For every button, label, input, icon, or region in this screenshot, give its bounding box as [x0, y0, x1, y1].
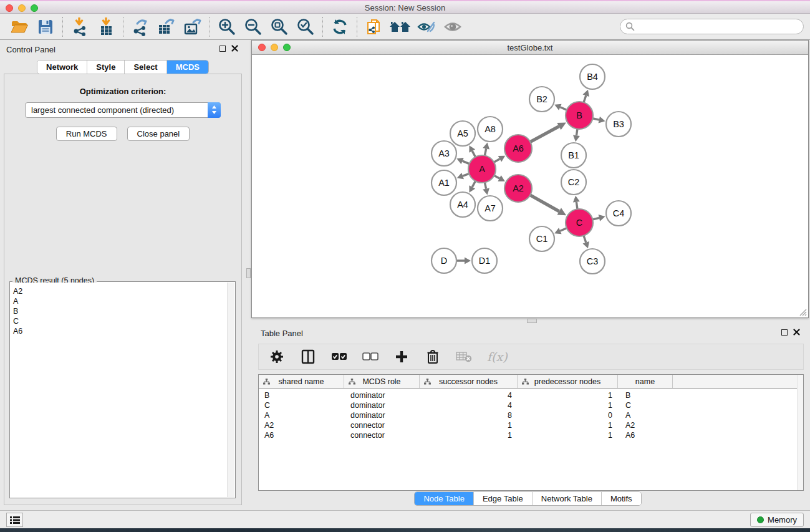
save-session-button[interactable] [32, 16, 59, 38]
memory-button[interactable]: Memory [750, 513, 804, 527]
table-row[interactable]: Bdominator41B [259, 390, 803, 400]
import-network-button[interactable] [67, 16, 93, 38]
table-settings-button[interactable] [269, 349, 285, 365]
tab-edge-table[interactable]: Edge Table [474, 492, 533, 505]
table-cell: dominator [344, 391, 420, 400]
export-network-icon [131, 17, 150, 36]
search-box[interactable] [620, 19, 804, 34]
unchecked-boxes-icon [362, 352, 378, 361]
mcds-result-scrollbar[interactable] [227, 283, 234, 497]
export-table-icon [157, 17, 176, 36]
delete-column-button[interactable] [425, 349, 441, 365]
graph-node-label: B3 [613, 119, 624, 129]
result-item[interactable]: A [13, 296, 227, 306]
column-header-successor-nodes[interactable]: successor nodes [420, 375, 518, 388]
attribute-icon [424, 379, 431, 385]
zoom-out-button[interactable] [240, 16, 266, 38]
tab-network[interactable]: Network [37, 60, 87, 74]
tab-network-table[interactable]: Network Table [533, 492, 602, 505]
float-panel-icon[interactable] [219, 46, 226, 52]
tab-style[interactable]: Style [87, 60, 125, 74]
select-all-button[interactable] [331, 349, 347, 365]
close-panel-icon[interactable] [231, 45, 238, 52]
zoom-out-icon [244, 17, 263, 36]
graph-node-label: C1 [536, 234, 548, 244]
column-header-mcds-role[interactable]: MCDS role [344, 375, 420, 388]
hide-selected-button[interactable] [413, 16, 440, 38]
network-window-titlebar[interactable]: testGlobe.txt [252, 41, 808, 55]
resize-grip-icon[interactable] [798, 307, 807, 316]
close-panel-button[interactable]: Close panel [127, 127, 190, 141]
graph-node-label: D1 [479, 256, 491, 266]
column-header-shared-name[interactable]: shared name [259, 375, 344, 388]
attribute-icon [349, 379, 355, 385]
deselect-all-button[interactable] [362, 349, 378, 365]
eye-icon [443, 19, 462, 34]
task-history-button[interactable] [6, 513, 23, 527]
result-item[interactable]: A6 [13, 326, 227, 336]
table-cell: C [259, 401, 344, 410]
show-all-button[interactable] [440, 16, 466, 38]
export-network-button[interactable] [127, 16, 153, 38]
table-panel-title: Table Panel [261, 329, 303, 338]
control-panel-tabs: Network Style Select MCDS [0, 60, 246, 74]
network-graph[interactable]: B4B2BB3A5A8A6A3B1AA1C2A2A4A7C4CC1C3DD1 [252, 55, 808, 317]
attribute-icon [522, 379, 529, 385]
float-panel-icon[interactable] [781, 329, 788, 336]
result-item[interactable]: A2 [13, 286, 227, 296]
refresh-view-button[interactable] [327, 16, 353, 38]
tab-node-table[interactable]: Node Table [415, 492, 474, 505]
zoom-in-button[interactable] [214, 16, 240, 38]
clone-network-button[interactable] [361, 16, 387, 38]
function-builder-label[interactable]: f(x) [487, 350, 508, 364]
tab-mcds[interactable]: MCDS [167, 60, 208, 74]
toggle-columns-button[interactable] [300, 349, 316, 365]
delete-table-icon [456, 351, 472, 363]
tab-motifs[interactable]: Motifs [602, 492, 641, 505]
zoom-fit-button[interactable] [266, 16, 292, 38]
table-cell: 0 [518, 411, 618, 420]
criterion-dropdown[interactable]: largest connected component (directed) [25, 102, 221, 118]
tab-select[interactable]: Select [125, 60, 166, 74]
first-neighbors-button[interactable] [387, 16, 413, 38]
toolbar-separator [210, 17, 210, 37]
zoom-selected-button[interactable] [292, 16, 319, 38]
panel-splitter-handle[interactable] [527, 319, 537, 323]
import-network-icon [71, 17, 89, 36]
import-table-button[interactable] [93, 16, 119, 38]
export-table-button[interactable] [153, 16, 180, 38]
result-item[interactable]: B [13, 306, 227, 316]
table-scrollbar[interactable] [797, 375, 803, 490]
table-row[interactable]: A2connector11A2 [259, 420, 803, 430]
open-session-button[interactable] [6, 16, 32, 38]
column-header-predecessor-nodes[interactable]: predecessor nodes [518, 375, 618, 388]
network-canvas: B4B2BB3A5A8A6A3B1AA1C2A2A4A7C4CC1C3DD1 [252, 55, 808, 317]
toolbar-separator [357, 17, 357, 37]
graph-node-label: B4 [587, 72, 598, 82]
main-toolbar [0, 14, 810, 40]
table-cell: 1 [518, 421, 618, 430]
result-item[interactable]: C [13, 316, 227, 326]
column-header-name[interactable]: name [618, 375, 673, 388]
panel-splitter-handle[interactable] [246, 268, 251, 278]
table-row[interactable]: A6connector11A6 [259, 430, 803, 440]
table-row[interactable]: Adominator80A [259, 410, 803, 420]
export-image-button[interactable] [180, 16, 206, 38]
table-row[interactable]: Cdominator41C [259, 400, 803, 410]
memory-status-icon [757, 516, 764, 523]
close-panel-icon[interactable] [793, 329, 800, 336]
save-icon [37, 19, 54, 35]
delete-table-button[interactable] [456, 349, 472, 365]
attribute-icon [263, 379, 270, 385]
search-input[interactable] [637, 21, 803, 33]
table-cell: 1 [518, 391, 618, 400]
memory-label: Memory [768, 515, 797, 525]
export-image-icon [183, 17, 202, 36]
search-icon [625, 22, 635, 31]
run-mcds-button[interactable]: Run MCDS [56, 127, 117, 141]
table-cell: C [618, 401, 673, 410]
table-cell: connector [344, 421, 420, 430]
table-cell: A6 [259, 431, 344, 440]
graph-node-label: A3 [438, 148, 450, 158]
add-column-button[interactable] [393, 349, 410, 365]
